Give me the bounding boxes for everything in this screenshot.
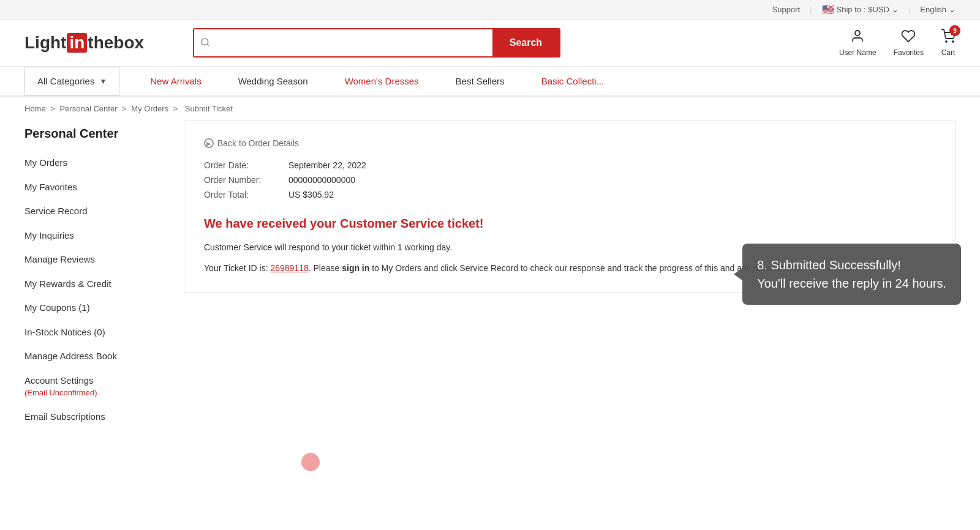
lang-chevron-icon: ⌄ — [949, 5, 956, 14]
sidebar-item-my-favorites[interactable]: My Favorites — [24, 175, 172, 200]
breadcrumb-sep3: > — [173, 104, 180, 113]
email-unconfirmed-label: (Email Unconfirmed) — [24, 388, 97, 397]
breadcrumb-home[interactable]: Home — [24, 104, 46, 113]
breadcrumb-current: Submit Ticket — [185, 104, 233, 113]
svg-point-2 — [855, 31, 860, 35]
ticket-text: Your Ticket ID is: 26989118. Please sign… — [204, 261, 935, 275]
ship-to-label: Ship to : — [837, 5, 866, 14]
nav-link-basic-collection[interactable]: Basic Collecti... — [523, 67, 623, 95]
all-categories-dropdown[interactable]: All Categories ▼ — [24, 67, 119, 95]
top-bar: Support | 🇺🇸 Ship to : $USD ⌄ | English … — [0, 0, 980, 20]
header: Light in thebox Search User Name — [0, 20, 980, 67]
sidebar-item-account-settings[interactable]: Account Settings (Email Unconfirmed) — [24, 368, 172, 405]
breadcrumb-personal-center[interactable]: Personal Center — [60, 104, 118, 113]
success-message: We have received your Customer Service t… — [204, 217, 935, 231]
sidebar-item-my-inquiries[interactable]: My Inquiries — [24, 223, 172, 248]
order-details: Order Date: September 22, 2022 Order Num… — [204, 160, 935, 200]
logo-thebox: thebox — [88, 33, 144, 53]
search-button[interactable]: Search — [492, 29, 559, 56]
sidebar-item-in-stock[interactable]: In-Stock Notices (0) — [24, 320, 172, 345]
back-link-label: Back to Order Details — [217, 138, 299, 148]
header-actions: User Name Favorites 9 Cart — [839, 29, 956, 57]
sidebar-title: Personal Center — [24, 127, 172, 141]
favorites-label: Favorites — [894, 48, 924, 57]
svg-point-0 — [202, 39, 208, 45]
heart-icon — [901, 29, 916, 47]
nav-links: New Arrivals Wedding Season Women's Dres… — [132, 67, 622, 95]
username-label: User Name — [839, 48, 876, 57]
ticket-id-link[interactable]: 26989118 — [270, 263, 308, 273]
favorites[interactable]: Favorites — [894, 29, 924, 57]
logo-in: in — [67, 33, 87, 53]
tooltip-line2: You'll receive the reply in 24 hours. — [757, 274, 946, 293]
order-number-label: Order Number: — [204, 175, 284, 185]
language-selector[interactable]: English ⌄ — [920, 5, 956, 14]
breadcrumb-sep1: > — [50, 104, 57, 113]
account-settings-label: Account Settings — [24, 375, 94, 386]
svg-point-3 — [946, 41, 947, 42]
nav-link-wedding-season[interactable]: Wedding Season — [220, 67, 326, 95]
logo[interactable]: Light in thebox — [24, 33, 144, 53]
order-date-row: Order Date: September 22, 2022 — [204, 160, 935, 170]
content-area: ▶ Back to Order Details Order Date: Sept… — [184, 121, 956, 293]
nav-link-womens-dresses[interactable]: Women's Dresses — [326, 67, 437, 95]
divider2: | — [908, 5, 910, 14]
order-number-value: 00000000000000 — [288, 175, 355, 185]
user-account[interactable]: User Name — [839, 29, 876, 57]
main-layout: Personal Center My Orders My Favorites S… — [0, 121, 980, 453]
chevron-down-icon: ⌄ — [892, 5, 899, 14]
search-icon — [200, 37, 210, 49]
search-input[interactable] — [214, 38, 486, 48]
search-bar: Search — [193, 28, 560, 58]
nav-bar: All Categories ▼ New Arrivals Wedding Se… — [0, 67, 980, 97]
order-number-row: Order Number: 00000000000000 — [204, 175, 935, 185]
nav-link-new-arrivals[interactable]: New Arrivals — [132, 67, 219, 95]
breadcrumb-my-orders[interactable]: My Orders — [131, 104, 168, 113]
cart-icon: 9 — [941, 29, 956, 47]
breadcrumb: Home > Personal Center > My Orders > Sub… — [0, 97, 980, 121]
logo-light: Light — [24, 33, 66, 53]
sidebar-item-my-orders[interactable]: My Orders — [24, 151, 172, 175]
all-categories-label: All Categories — [37, 76, 94, 86]
ship-to[interactable]: 🇺🇸 Ship to : $USD ⌄ — [822, 4, 899, 15]
flag-icon: 🇺🇸 — [822, 4, 834, 15]
language-label: English — [920, 5, 946, 14]
order-date-label: Order Date: — [204, 160, 284, 170]
sidebar-item-service-record[interactable]: Service Record — [24, 199, 172, 223]
cart-label: Cart — [941, 48, 956, 57]
ticket-text-after: to My Orders and click Service Record to… — [369, 263, 802, 273]
cart[interactable]: 9 Cart — [941, 29, 956, 57]
breadcrumb-sep2: > — [122, 104, 129, 113]
sidebar-item-rewards[interactable]: My Rewards & Credit — [24, 272, 172, 296]
sidebar-item-coupons[interactable]: My Coupons (1) — [24, 296, 172, 320]
currency: $USD — [868, 5, 889, 14]
ticket-text-middle: . Please — [309, 263, 342, 273]
cart-badge: 9 — [949, 25, 960, 36]
categories-chevron-icon: ▼ — [99, 77, 107, 86]
support-link[interactable]: Support — [772, 5, 801, 14]
divider1: | — [810, 5, 812, 14]
order-date-value: September 22, 2022 — [288, 160, 366, 170]
back-arrow-icon: ▶ — [204, 138, 214, 148]
order-total-row: Order Total: US $305.92 — [204, 190, 935, 200]
sidebar-item-email-subscriptions[interactable]: Email Subscriptions — [24, 405, 172, 429]
ticket-text-before: Your Ticket ID is: — [204, 263, 270, 273]
user-icon — [850, 29, 865, 47]
svg-point-4 — [952, 41, 954, 42]
response-text: Customer Service will respond to your ti… — [204, 241, 935, 254]
order-total-value: US $305.92 — [288, 190, 334, 200]
sidebar-item-manage-reviews[interactable]: Manage Reviews — [24, 247, 172, 272]
sign-in-bold: sign in — [342, 263, 369, 273]
svg-line-1 — [207, 44, 209, 46]
sidebar-item-address-book[interactable]: Manage Address Book — [24, 344, 172, 368]
order-total-label: Order Total: — [204, 190, 284, 200]
sidebar: Personal Center My Orders My Favorites S… — [24, 121, 184, 428]
nav-link-best-sellers[interactable]: Best Sellers — [437, 67, 523, 95]
search-input-wrap — [194, 29, 492, 56]
back-to-order-details-link[interactable]: ▶ Back to Order Details — [204, 138, 935, 148]
